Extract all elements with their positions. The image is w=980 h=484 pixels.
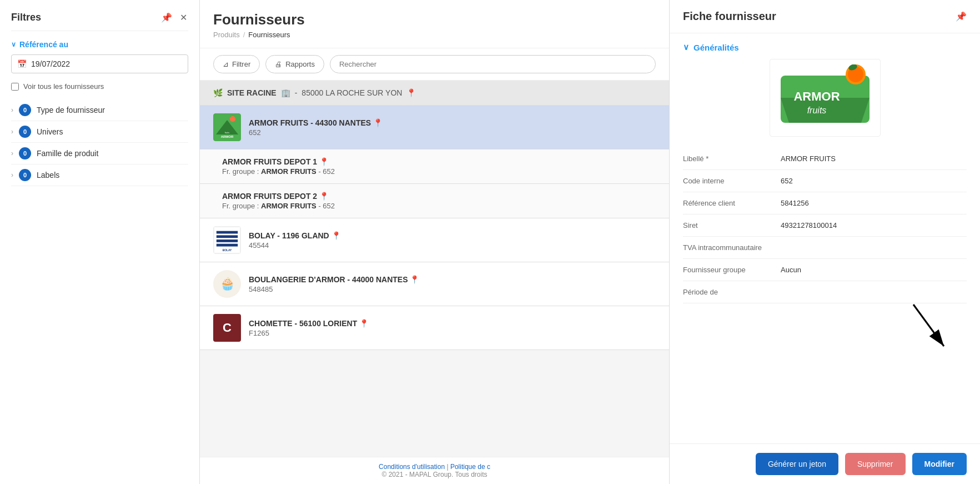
- supplier-item-armor-depot2[interactable]: ARMOR FRUITS DEPOT 2 📍 Fr. groupe : ARMO…: [200, 184, 669, 218]
- site-racine-icon: 🌿: [213, 88, 223, 97]
- reports-label: Rapports: [285, 60, 315, 68]
- filter-button[interactable]: ⊿ Filtrer: [213, 55, 260, 73]
- filters-sidebar: Filtres 📌 ✕ ∨ Référencé au 📅 Voir tous l…: [0, 0, 200, 484]
- armor-depot2-group: Fr. groupe : ARMOR FRUITS - 652: [222, 202, 656, 210]
- close-filter-button[interactable]: ✕: [179, 11, 188, 24]
- reports-icon: 🖨: [275, 60, 282, 68]
- supplier-item-boulangerie[interactable]: 🧁 BOULANGERIE D'ARMOR - 44000 NANTES 📍 5…: [200, 262, 669, 306]
- chevron-right-icon: ›: [11, 106, 13, 114]
- svg-point-3: [230, 116, 235, 122]
- detail-row: Période de: [683, 281, 967, 303]
- copyright: © 2021 - MAPAL Group. Tous droits: [381, 471, 487, 478]
- bolay-info: BOLAY - 1196 GLAND 📍 45544: [249, 231, 656, 250]
- supplier-item-armor-fruits[interactable]: ARMOR fruits ARMOR FRUITS - 44300 NANTES…: [200, 106, 669, 149]
- generer-jeton-button[interactable]: Générer un jeton: [756, 453, 838, 475]
- boulangerie-logo: 🧁: [213, 270, 241, 298]
- filter-items-container: › 0 Type de fournisseur › 0 Univers › 0 …: [11, 99, 188, 186]
- generalites-label: Généralités: [693, 43, 739, 52]
- boulangerie-info: BOULANGERIE D'ARMOR - 44000 NANTES 📍 548…: [249, 275, 656, 293]
- right-panel-body: ∨ Généralités ARMOR fruits: [670, 33, 980, 443]
- svg-text:ARMOR: ARMOR: [793, 89, 840, 103]
- filter-header-icons: 📌 ✕: [160, 11, 188, 24]
- filter-header: Filtres 📌 ✕: [11, 11, 188, 31]
- bolay-code: 45544: [249, 241, 656, 250]
- detail-value: Aucun: [781, 266, 967, 274]
- fiche-fields: Libellé * ARMOR FRUITS Code interne 652 …: [683, 148, 967, 303]
- pin-icon[interactable]: 📌: [956, 11, 967, 22]
- right-panel: Fiche fournisseur 📌 ∨ Généralités ARMOR: [669, 0, 980, 484]
- supplier-item-bolay[interactable]: BOLAY BOLAY - 1196 GLAND 📍 45544: [200, 218, 669, 262]
- bolay-name: BOLAY - 1196 GLAND 📍: [249, 231, 656, 240]
- filter-item-univers[interactable]: › 0 Univers: [11, 121, 188, 143]
- suppliers-list: 🌿 SITE RACINE 🏢 - 85000 LA ROCHE SUR YON…: [200, 81, 669, 457]
- armor-depot1-info: ARMOR FRUITS DEPOT 1 📍 Fr. groupe : ARMO…: [222, 157, 656, 176]
- detail-label: Référence client: [683, 199, 772, 207]
- armor-fruits-location: 44300 NANTES: [315, 118, 371, 127]
- generalites-header[interactable]: ∨ Généralités: [683, 33, 967, 59]
- reports-button[interactable]: 🖨 Rapports: [265, 55, 324, 73]
- modifier-button[interactable]: Modifier: [912, 453, 967, 475]
- supplier-item-chomette[interactable]: C CHOMETTE - 56100 LORIENT 📍 F1265: [200, 306, 669, 350]
- svg-rect-8: [217, 239, 238, 242]
- referenced-section: ∨ Référencé au 📅: [11, 40, 188, 73]
- referenced-header[interactable]: ∨ Référencé au: [11, 40, 188, 49]
- armor-depot2-name: ARMOR FRUITS DEPOT 2 📍: [222, 192, 656, 201]
- location-icon3: 📍: [319, 192, 329, 201]
- main-header: Fournisseurs Produits / Fournisseurs: [200, 0, 669, 48]
- chevron-right-icon: ›: [11, 149, 13, 157]
- breadcrumb-separator: /: [243, 31, 245, 39]
- chomette-code: F1265: [249, 329, 656, 337]
- detail-label: Fournisseur groupe: [683, 266, 772, 274]
- detail-label: Libellé *: [683, 154, 772, 163]
- boulangerie-name: BOULANGERIE D'ARMOR - 44000 NANTES 📍: [249, 275, 656, 284]
- detail-value: 652: [781, 177, 967, 185]
- svg-text:fruits: fruits: [225, 131, 230, 134]
- detail-row: Code interne 652: [683, 170, 967, 192]
- conditions-link[interactable]: Conditions d'utilisation: [379, 463, 445, 471]
- detail-value: 49321278100014: [781, 221, 967, 229]
- svg-rect-6: [217, 231, 238, 234]
- detail-row: Siret 49321278100014: [683, 214, 967, 237]
- date-input[interactable]: [31, 59, 182, 68]
- armor-fruits-fiche-logo-svg: ARMOR fruits: [775, 64, 875, 131]
- location-icon2: 📍: [319, 157, 329, 166]
- supprimer-button[interactable]: Supprimer: [845, 453, 906, 475]
- site-racine-location: 85000 LA ROCHE SUR YON: [301, 88, 402, 97]
- site-racine-icon2: 🏢: [281, 88, 290, 97]
- calendar-icon: 📅: [17, 59, 27, 68]
- show-all-row: Voir tous les fournisseurs: [11, 82, 188, 91]
- filter-item-labels[interactable]: › 0 Labels: [11, 164, 188, 186]
- supplier-item-armor-depot1[interactable]: ARMOR FRUITS DEPOT 1 📍 Fr. groupe : ARMO…: [200, 149, 669, 184]
- chevron-down-icon: ∨: [11, 41, 16, 48]
- breadcrumb-parent: Produits: [213, 31, 240, 39]
- filter-item-famille[interactable]: › 0 Famille de produit: [11, 143, 188, 164]
- politique-link[interactable]: Politique de c: [450, 463, 490, 471]
- svg-rect-7: [217, 235, 238, 238]
- search-input[interactable]: [330, 55, 656, 73]
- pin-filter-button[interactable]: 📌: [160, 11, 173, 24]
- chevron-right-icon: ›: [11, 128, 13, 136]
- location-pin-icon: 📍: [406, 88, 416, 97]
- site-racine-row: 🌿 SITE RACINE 🏢 - 85000 LA ROCHE SUR YON…: [200, 81, 669, 106]
- filter-count-type: 0: [19, 104, 31, 116]
- detail-label: Siret: [683, 221, 772, 229]
- filter-label-type: Type de fournisseur: [37, 106, 105, 114]
- filters-title: Filtres: [11, 12, 41, 23]
- detail-value: 5841256: [781, 199, 967, 207]
- location-icon4: 📍: [331, 231, 341, 240]
- show-all-checkbox[interactable]: [11, 83, 19, 91]
- filter-count-famille: 0: [19, 147, 31, 159]
- page-title: Fournisseurs: [213, 11, 656, 28]
- svg-text:fruits: fruits: [807, 106, 826, 115]
- armor-fruits-logo-svg: ARMOR fruits: [213, 113, 241, 141]
- location-icon: 📍: [373, 118, 383, 127]
- list-footer: Conditions d'utilisation | Politique de …: [200, 457, 669, 484]
- filter-label-univers: Univers: [37, 127, 63, 136]
- right-panel-header: Fiche fournisseur 📌: [670, 0, 980, 33]
- filter-item-type[interactable]: › 0 Type de fournisseur: [11, 99, 188, 121]
- armor-depot2-info: ARMOR FRUITS DEPOT 2 📍 Fr. groupe : ARMO…: [222, 192, 656, 210]
- chevron-right-icon: ›: [11, 171, 13, 179]
- svg-text:BOLAY: BOLAY: [223, 249, 232, 252]
- detail-label: Code interne: [683, 177, 772, 185]
- detail-label: Période de: [683, 288, 772, 296]
